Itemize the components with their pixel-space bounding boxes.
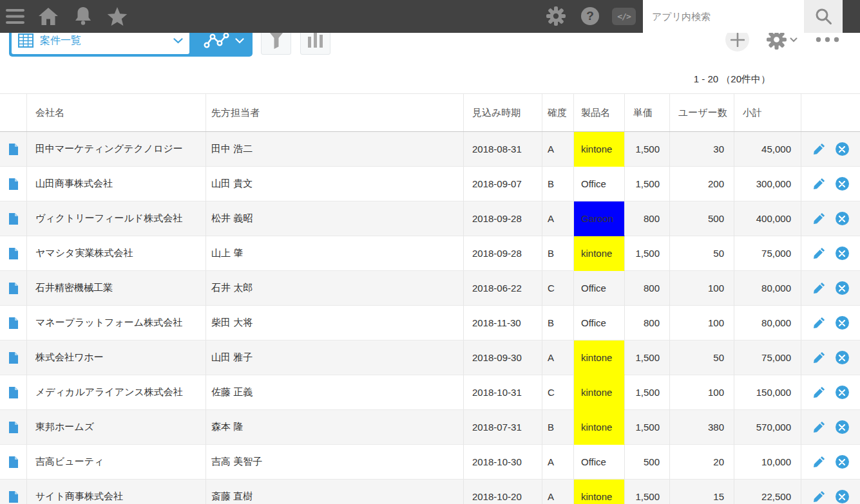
chevron-down-icon <box>173 38 183 44</box>
cell-record-icon <box>0 132 27 167</box>
cell-probability: C <box>542 375 574 410</box>
record-document-icon[interactable] <box>9 387 18 398</box>
app-search-input[interactable] <box>643 0 804 33</box>
delete-record-button[interactable] <box>836 316 849 330</box>
edit-record-button[interactable] <box>813 490 825 503</box>
header-subtotal[interactable]: 小計 <box>734 94 801 131</box>
delete-record-button[interactable] <box>836 420 849 434</box>
cell-actions <box>801 341 860 375</box>
cell-probability: A <box>542 201 574 236</box>
cell-users: 50 <box>670 236 734 271</box>
edit-record-button[interactable] <box>813 247 825 259</box>
edit-record-button[interactable] <box>813 282 825 294</box>
cell-company: 山田商事株式会社 <box>27 167 206 201</box>
delete-record-button[interactable] <box>836 142 849 156</box>
cell-users: 15 <box>670 480 734 504</box>
cell-contact: 斎藤 直樹 <box>206 480 464 504</box>
cell-subtotal: 10,000 <box>734 445 801 480</box>
cell-date: 2018-07-31 <box>464 410 542 445</box>
cell-date: 2018-06-22 <box>464 271 542 306</box>
cell-company: 吉高ビューティ <box>27 445 206 480</box>
table-row: 東邦ホームズ 森本 隆 2018-07-31 B kintone 1,500 3… <box>0 410 860 445</box>
edit-record-button[interactable] <box>813 456 825 468</box>
delete-record-button[interactable] <box>836 455 849 469</box>
header-date[interactable]: 見込み時期 <box>464 94 542 131</box>
delete-record-button[interactable] <box>836 386 849 399</box>
home-icon[interactable] <box>39 8 58 25</box>
delete-record-button[interactable] <box>836 281 849 295</box>
global-header: ? </> <box>0 0 860 33</box>
edit-record-button[interactable] <box>813 421 825 433</box>
cell-company: マネープラットフォーム株式会社 <box>27 306 206 341</box>
record-document-icon[interactable] <box>9 352 18 364</box>
record-document-icon[interactable] <box>9 422 18 433</box>
product-cell: kintone <box>574 375 625 410</box>
cell-subtotal: 22,500 <box>734 480 801 504</box>
hamburger-menu-icon[interactable] <box>6 9 24 24</box>
record-document-icon[interactable] <box>9 317 18 329</box>
cell-contact: 佐藤 正義 <box>206 375 464 410</box>
header-company[interactable]: 会社名 <box>27 94 206 131</box>
cell-contact: 山田 雅子 <box>206 341 464 375</box>
record-document-icon[interactable] <box>9 213 18 225</box>
header-users[interactable]: ユーザー数 <box>670 94 734 131</box>
record-document-icon[interactable] <box>9 283 18 294</box>
cell-probability: A <box>542 341 574 375</box>
record-document-icon[interactable] <box>9 178 18 190</box>
cell-date: 2018-09-28 <box>464 236 542 271</box>
cell-company: 田中マーケティングテクノロジー <box>27 132 206 167</box>
cell-company: メディカルアライアンス株式会社 <box>27 375 206 410</box>
edit-record-button[interactable] <box>813 143 825 155</box>
cell-actions <box>801 445 860 480</box>
help-icon[interactable]: ? <box>581 7 599 25</box>
settings-gear-icon[interactable] <box>546 6 566 26</box>
developer-code-icon[interactable]: </> <box>612 8 636 25</box>
edit-record-button[interactable] <box>813 351 825 364</box>
product-cell: Garoon <box>574 201 625 236</box>
more-options-button[interactable] <box>816 37 839 42</box>
delete-record-button[interactable] <box>836 212 849 225</box>
edit-record-button[interactable] <box>813 212 825 225</box>
edit-record-button[interactable] <box>813 386 825 398</box>
favorites-star-icon[interactable] <box>107 7 128 26</box>
delete-record-button[interactable] <box>836 351 849 364</box>
cell-date: 2018-08-31 <box>464 132 542 167</box>
cell-probability: A <box>542 132 574 167</box>
delete-record-button[interactable] <box>836 177 849 191</box>
product-cell: Office <box>574 271 625 306</box>
cell-contact: 山田 貴文 <box>206 167 464 201</box>
cell-record-icon <box>0 236 27 271</box>
table-header-row: 会社名 先方担当者 見込み時期 確度 製品名 単価 ユーザー数 小計 <box>0 93 860 132</box>
record-document-icon[interactable] <box>9 144 18 155</box>
delete-record-button[interactable] <box>836 490 849 503</box>
cell-unit-price: 800 <box>625 271 670 306</box>
cell-users: 30 <box>670 132 734 167</box>
cell-probability: B <box>542 236 574 271</box>
kintone-app-page: ? </> 案件一覧 <box>0 0 860 504</box>
table-row: 石井精密機械工業 石井 太郎 2018-06-22 C Office 800 1… <box>0 271 860 306</box>
edit-record-button[interactable] <box>813 317 825 329</box>
cell-record-icon <box>0 410 27 445</box>
edit-record-button[interactable] <box>813 178 825 190</box>
delete-record-button[interactable] <box>836 247 849 260</box>
cell-unit-price: 800 <box>625 306 670 341</box>
header-unit-price[interactable]: 単価 <box>625 94 670 131</box>
cell-users: 100 <box>670 375 734 410</box>
header-probability[interactable]: 確度 <box>542 94 574 131</box>
record-document-icon[interactable] <box>9 456 18 468</box>
table-row: 株式会社ワホー 山田 雅子 2018-09-30 A kintone 1,500… <box>0 341 860 375</box>
record-document-icon[interactable] <box>9 248 18 259</box>
cell-date: 2018-09-28 <box>464 201 542 236</box>
header-actions-col <box>801 94 860 131</box>
header-product[interactable]: 製品名 <box>574 94 625 131</box>
cell-actions <box>801 201 860 236</box>
cell-actions <box>801 271 860 306</box>
notifications-bell-icon[interactable] <box>75 7 91 25</box>
search-button[interactable] <box>804 0 843 33</box>
header-contact[interactable]: 先方担当者 <box>206 94 464 131</box>
record-document-icon[interactable] <box>9 491 18 503</box>
cell-actions <box>801 410 860 445</box>
cell-contact: 山上 肇 <box>206 236 464 271</box>
table-row: ヴィクトリーフィールド株式会社 松井 義昭 2018-09-28 A Garoo… <box>0 201 860 236</box>
product-cell: Office <box>574 167 625 201</box>
